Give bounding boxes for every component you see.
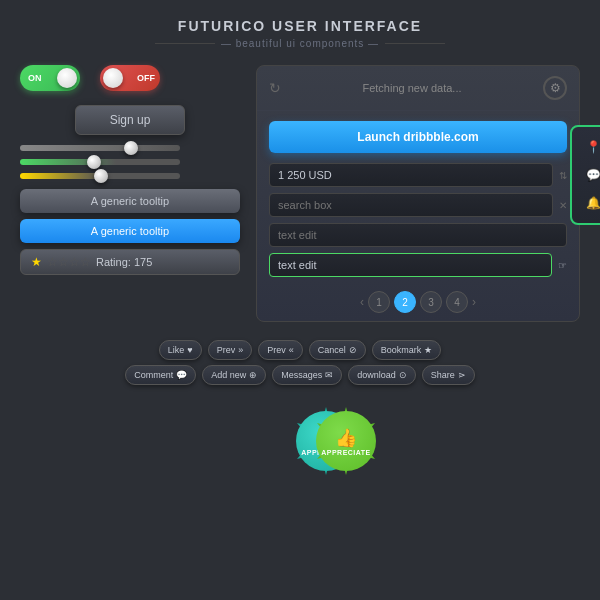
button-row-2: Comment 💬 Add new ⊕ Messages ✉ download … <box>20 365 580 385</box>
add-icon: ⊕ <box>249 370 257 380</box>
signup-button[interactable]: Sign up <box>75 105 185 135</box>
toggle-on-knob <box>57 68 77 88</box>
button-row-1: Like ♥ Prev » Prev « Cancel ⊘ Bookmark ★ <box>20 340 580 360</box>
pagination-prev-arrow[interactable]: ‹ <box>360 295 364 309</box>
like-icon: ♥ <box>187 345 192 355</box>
stars-empty: ☆☆☆☆ <box>47 255 91 269</box>
dropdown-menu: 📍 Geo location 💬 Messages 🔔 Sound <box>570 125 600 225</box>
add-new-button[interactable]: Add new ⊕ <box>202 365 266 385</box>
appreciate-green-icon: 👍 <box>335 427 357 449</box>
text-edit-row-1 <box>269 223 567 247</box>
slider-row-green <box>20 159 240 165</box>
prev-forward-button[interactable]: Prev » <box>208 340 253 360</box>
geolocation-icon: 📍 <box>586 140 600 154</box>
header-divider: — beautiful ui components — <box>0 38 600 49</box>
dropdown-item-messages[interactable]: 💬 Messages <box>572 161 600 189</box>
toggle-group: ON OFF <box>20 65 240 91</box>
page-btn-3[interactable]: 3 <box>420 291 442 313</box>
share-icon: ⋗ <box>458 370 466 380</box>
messages-button[interactable]: Messages ✉ <box>272 365 342 385</box>
search-clear-icon[interactable]: ✕ <box>559 200 567 211</box>
pagination: ‹ 1 2 3 4 › <box>257 283 579 321</box>
cursor-icon: ☞ <box>558 260 567 271</box>
sliders-area <box>20 145 240 179</box>
tooltip-blue[interactable]: A generic tooltip <box>20 219 240 243</box>
text-edit-input-2[interactable] <box>269 253 552 277</box>
comment-button[interactable]: Comment 💬 <box>125 365 196 385</box>
page-title: FUTURICO USER INTERFACE <box>0 18 600 34</box>
messages-icon: 💬 <box>586 168 600 182</box>
appreciate-green-label: APPRECIATE <box>321 449 371 456</box>
slider-green-knob[interactable] <box>87 155 101 169</box>
page-header: FUTURICO USER INTERFACE — beautiful ui c… <box>0 0 600 55</box>
main-area: ON OFF Sign up <box>0 55 600 332</box>
slider-gray[interactable] <box>20 145 180 151</box>
left-panel: ON OFF Sign up <box>20 65 240 322</box>
bottom-section: Like ♥ Prev » Prev « Cancel ⊘ Bookmark ★… <box>0 332 600 395</box>
slider-row-yellow <box>20 173 240 179</box>
settings-button[interactable]: ⚙ <box>543 76 567 100</box>
search-row: ✕ <box>269 193 567 217</box>
refresh-icon[interactable]: ↻ <box>269 80 281 96</box>
prev-back-button[interactable]: Prev « <box>258 340 303 360</box>
pagination-next-arrow[interactable]: › <box>472 295 476 309</box>
page-btn-4[interactable]: 4 <box>446 291 468 313</box>
rating-area: ★ ☆☆☆☆ Rating: 175 <box>20 249 240 275</box>
slider-gray-knob[interactable] <box>124 141 138 155</box>
forward-icon: » <box>238 345 243 355</box>
share-button[interactable]: Share ⋗ <box>422 365 475 385</box>
page-btn-1[interactable]: 1 <box>368 291 390 313</box>
back-icon: « <box>289 345 294 355</box>
rating-text: Rating: 175 <box>96 256 152 268</box>
comment-icon: 💬 <box>176 370 187 380</box>
button-rows: Like ♥ Prev » Prev « Cancel ⊘ Bookmark ★… <box>20 340 580 385</box>
amount-spinner-icon[interactable]: ⇅ <box>559 170 567 181</box>
appreciate-green-badge[interactable]: 👍 APPRECIATE <box>316 411 376 471</box>
toggle-off-knob <box>103 68 123 88</box>
header-subtitle: — beautiful ui components — <box>221 38 379 49</box>
cancel-button[interactable]: Cancel ⊘ <box>309 340 366 360</box>
slider-yellow[interactable] <box>20 173 180 179</box>
amount-row: ⇅ <box>269 163 567 187</box>
search-input[interactable] <box>269 193 553 217</box>
bookmark-icon: ★ <box>424 345 432 355</box>
fetching-text: Fetching new data... <box>362 82 461 94</box>
download-button[interactable]: download ⊙ <box>348 365 416 385</box>
right-panel: ↻ Fetching new data... ⚙ Launch dribbble… <box>256 65 580 322</box>
dropdown-item-geolocation[interactable]: 📍 Geo location <box>572 133 600 161</box>
toggle-on[interactable]: ON <box>20 65 80 91</box>
tooltip-gray[interactable]: A generic tooltip <box>20 189 240 213</box>
bookmark-button[interactable]: Bookmark ★ <box>372 340 442 360</box>
slider-yellow-knob[interactable] <box>94 169 108 183</box>
toggle-off-label: OFF <box>137 73 155 83</box>
card-header: ↻ Fetching new data... ⚙ <box>257 66 579 111</box>
page-btn-2[interactable]: 2 <box>394 291 416 313</box>
download-icon: ⊙ <box>399 370 407 380</box>
amount-input[interactable] <box>269 163 553 187</box>
like-button[interactable]: Like ♥ <box>159 340 202 360</box>
launch-button[interactable]: Launch dribbble.com <box>269 121 567 153</box>
appreciate-section: 👍 APPRECIATE 👍 APPRECIATE <box>0 395 600 410</box>
toggle-off[interactable]: OFF <box>100 65 160 91</box>
mail-icon: ✉ <box>325 370 333 380</box>
text-edit-row-2: ☞ <box>269 253 567 277</box>
toggle-on-label: ON <box>28 73 42 83</box>
text-edit-input-1[interactable] <box>269 223 567 247</box>
star-filled: ★ <box>31 255 42 269</box>
slider-green[interactable] <box>20 159 180 165</box>
slider-row-gray <box>20 145 240 151</box>
dropdown-item-sound[interactable]: 🔔 Sound <box>572 189 600 217</box>
sound-icon: 🔔 <box>586 196 600 210</box>
cancel-icon: ⊘ <box>349 345 357 355</box>
card-widget: ↻ Fetching new data... ⚙ Launch dribbble… <box>256 65 580 322</box>
